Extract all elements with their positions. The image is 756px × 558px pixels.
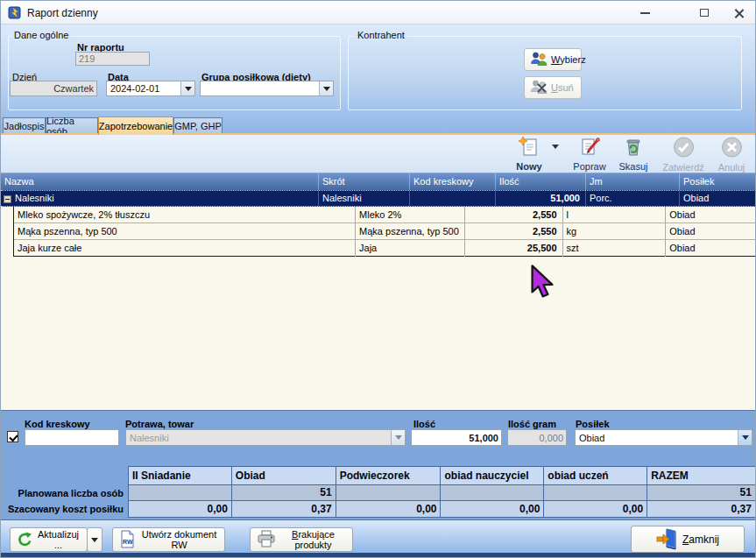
edit-document-icon <box>578 136 601 160</box>
refresh-icon <box>17 532 32 548</box>
cell-posilek[interactable]: Obiad <box>680 191 756 206</box>
meals-summary-table: II Sniadanie Obiad Podwieczorek obiad na… <box>128 466 756 518</box>
groupbox-kontrahent-label: Kontrahent <box>355 30 407 40</box>
usun-button[interactable]: Usuń <box>524 76 582 99</box>
ilosc-gram-label: Ilość gram <box>508 419 556 429</box>
zamknij-button[interactable]: Zamknij <box>631 526 745 553</box>
dzien-field <box>10 81 97 96</box>
cell-nazwa[interactable]: Jaja kurze całe <box>14 240 356 257</box>
tab-gmp-ghp[interactable]: GMP, GHP <box>173 117 223 134</box>
title-bar: Raport dzienny <box>1 1 755 25</box>
cell-nazwa[interactable]: Mąka pszenna, typ 500 <box>14 223 356 239</box>
summary-value: 0,00 <box>336 501 442 518</box>
summary-col-ii-sniadanie: II Sniadanie <box>129 467 232 485</box>
posilek-value: Obiad <box>576 433 738 443</box>
cell-skrot[interactable]: Jaja <box>356 240 465 257</box>
ilosc-input[interactable] <box>411 429 502 446</box>
exit-door-icon <box>656 527 678 552</box>
cell-posilek[interactable]: Obiad <box>666 207 755 222</box>
popraw-button[interactable]: Popraw <box>569 136 611 173</box>
window-bottom-edge <box>1 553 755 558</box>
chevron-down-icon[interactable] <box>738 430 752 445</box>
brakujace-produkty-button[interactable]: Brakujące produkty <box>250 527 353 552</box>
grupa-posilkowa-dropdown[interactable] <box>200 81 334 96</box>
nowy-button[interactable]: Nowy <box>508 136 550 173</box>
cell-skrot[interactable]: Mąka pszenna, typ 500 <box>356 223 465 239</box>
potrawa-towar-value: Nalesniki <box>126 433 391 443</box>
tab-zapotrzebowanie[interactable]: Zapotrzebowanie <box>98 117 173 135</box>
table-row[interactable]: Mąka pszenna, typ 500 Mąka pszenna, typ … <box>14 223 755 240</box>
chevron-down-icon[interactable] <box>180 81 194 95</box>
svg-text:RW: RW <box>123 539 133 545</box>
kod-kreskowy-checkbox[interactable] <box>7 431 18 442</box>
wybierz-button[interactable]: Wybierz <box>524 48 582 71</box>
cancel-circle-icon <box>720 136 744 161</box>
brakujace-produkty-label: Brakujące produkty <box>280 529 346 550</box>
people-icon <box>530 51 548 68</box>
tab-liczba-osob[interactable]: Liczba osób <box>46 117 98 134</box>
summary-value <box>441 485 544 501</box>
szacowany-koszt-posilku-label: Szacowany koszt posiłku <box>1 504 124 514</box>
skasuj-button[interactable]: Skasuj <box>612 136 654 173</box>
tab-label: Zapotrzebowanie <box>99 121 173 131</box>
summary-col-razem: RAZEM <box>647 467 756 485</box>
posilek-label: Posiłek <box>576 419 610 429</box>
collapse-icon[interactable] <box>4 195 11 203</box>
summary-col-podwieczorek: Podwieczorek <box>336 467 442 485</box>
summary-value: 0,37 <box>232 501 336 518</box>
summary-value: 51 <box>647 485 756 501</box>
raport-dzienny-window: Raport dzienny Dane ogólne Kontrahent Nr… <box>0 0 756 558</box>
cell-posilek[interactable]: Obiad <box>666 240 755 257</box>
utworz-dokument-rw-button[interactable]: RW Utwórz dokument RW <box>112 527 225 552</box>
table-row[interactable]: Jaja kurze całe Jaja 25,500 szt Obiad <box>14 240 755 257</box>
anuluj-button[interactable]: Anuluj <box>710 136 752 173</box>
column-header-kod-kreskowy[interactable]: Kod kreskowy <box>410 173 496 190</box>
table-row[interactable]: Mleko spożywcze, 2% tłuszczu Mleko 2% 2,… <box>14 207 755 223</box>
data-dropdown[interactable]: 2024-02-01 <box>106 81 195 96</box>
chevron-down-icon[interactable] <box>319 81 333 95</box>
ingredient-rows: Mleko spożywcze, 2% tłuszczu Mleko 2% 2,… <box>13 207 756 257</box>
zatwierdz-button[interactable]: Zatwierdź <box>662 136 704 173</box>
ilosc-label: Ilość <box>413 419 435 429</box>
cell-jm[interactable]: szt <box>563 240 667 257</box>
cell-jm[interactable]: kg <box>563 223 667 239</box>
cell-jm[interactable]: Porc. <box>586 191 680 206</box>
column-header-posilek[interactable]: Posiłek <box>680 173 756 190</box>
cell-ilosc[interactable]: 2,550 <box>465 207 563 222</box>
cell-jm[interactable]: l <box>563 207 667 222</box>
cell-skrot[interactable]: Nalesniki <box>319 191 410 206</box>
summary-value <box>544 485 647 501</box>
potrawa-towar-label: Potrawa, towar <box>125 419 194 429</box>
minimize-icon[interactable] <box>633 4 656 21</box>
summary-value: 0,00 <box>544 501 647 518</box>
cell-posilek[interactable]: Obiad <box>666 223 755 239</box>
column-header-ilosc[interactable]: Ilość <box>496 173 586 190</box>
cell-nazwa[interactable]: Mleko spożywcze, 2% tłuszczu <box>14 207 356 222</box>
summary-value <box>336 485 442 501</box>
column-header-skrot[interactable]: Skrót <box>319 173 410 190</box>
close-icon[interactable] <box>728 4 751 21</box>
record-toolbar: Nowy Popraw <box>1 135 755 173</box>
cell-ilosc[interactable]: 51,000 <box>496 191 586 206</box>
window-title: Raport dzienny <box>27 7 98 19</box>
kod-kreskowy-input[interactable] <box>25 429 119 446</box>
nowy-dropdown-icon[interactable] <box>552 149 559 165</box>
tab-jadlospis[interactable]: Jadłospis <box>3 117 46 134</box>
aktualizuj-button[interactable]: Aktualizuj ... <box>10 527 88 552</box>
summary-row-planowana: 51 51 <box>129 485 756 501</box>
cell-ilosc[interactable]: 25,500 <box>465 240 563 257</box>
summary-col-obiad-nauczyciel: obiad nauczyciel <box>441 467 544 485</box>
posilek-dropdown[interactable]: Obiad <box>575 429 752 446</box>
column-header-jm[interactable]: Jm <box>586 173 680 190</box>
column-header-nazwa[interactable]: Nazwa <box>1 173 319 190</box>
summary-value <box>129 485 232 501</box>
cell-nazwa[interactable]: Nalesniki <box>1 191 319 206</box>
cell-kod[interactable] <box>410 191 496 206</box>
summary-header-row: II Sniadanie Obiad Podwieczorek obiad na… <box>129 467 756 485</box>
aktualizuj-dropdown-icon[interactable] <box>87 527 102 552</box>
cell-ilosc[interactable]: 2,550 <box>465 223 563 239</box>
maximize-icon[interactable] <box>693 4 716 21</box>
table-row-selected[interactable]: Nalesniki Nalesniki 51,000 Porc. Obiad <box>1 190 756 207</box>
cell-skrot[interactable]: Mleko 2% <box>356 207 465 222</box>
ilosc-gram-input <box>507 429 567 446</box>
